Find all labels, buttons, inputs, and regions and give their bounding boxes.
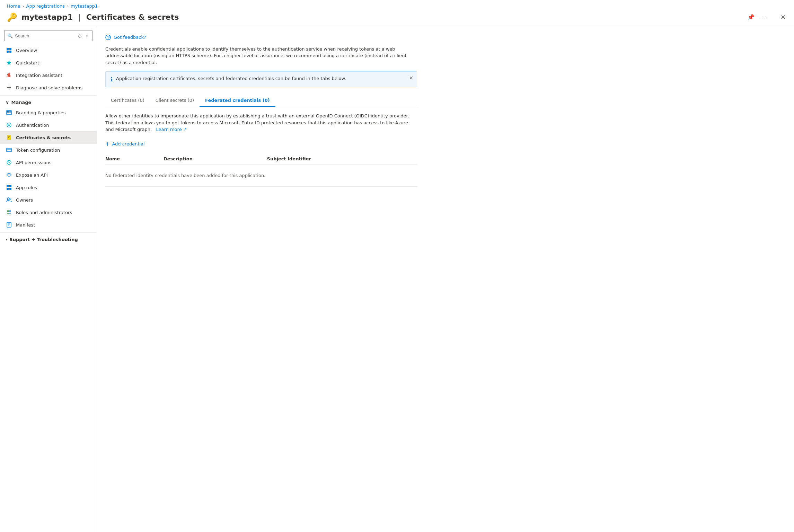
table-header-name: Name [105, 153, 164, 165]
sidebar-item-auth-label: Authentication [16, 123, 49, 128]
svg-rect-3 [9, 51, 11, 53]
page-title: mytestapp1 | Certificates & secrets [21, 13, 746, 21]
tab-certificates[interactable]: Certificates (0) [105, 94, 150, 107]
sidebar-item-quickstart[interactable]: Quickstart [0, 56, 97, 69]
sidebar-item-diagnose-label: Diagnose and solve problems [16, 85, 82, 90]
credentials-table: Name Description Subject Identifier No f… [105, 153, 417, 187]
sidebar-item-expose-api-label: Expose an API [16, 172, 48, 178]
overview-icon [6, 47, 12, 54]
sidebar-item-quickstart-label: Quickstart [16, 60, 39, 65]
table-header-description: Description [164, 153, 267, 165]
certificates-icon [6, 134, 12, 141]
info-banner-text: Application registration certificates, s… [116, 76, 412, 81]
search-input[interactable] [15, 33, 73, 38]
svg-rect-12 [7, 148, 11, 152]
search-icon: 🔍 [7, 33, 13, 38]
breadcrumb-app-name[interactable]: mytestapp1 [71, 3, 98, 9]
add-credential-button[interactable]: + Add credential [105, 139, 786, 149]
support-section-toggle[interactable]: › Support + Troubleshooting [0, 234, 97, 243]
content-area: Got feedback? Credentials enable confide… [97, 26, 794, 532]
page-header: 🔑 mytestapp1 | Certificates & secrets 📌 … [0, 11, 794, 26]
manage-section-toggle[interactable]: ∨ Manage [0, 97, 97, 106]
sidebar-item-branding[interactable]: Branding & properties [0, 106, 97, 119]
breadcrumb-app-registrations[interactable]: App registrations [26, 3, 65, 9]
svg-rect-1 [9, 48, 11, 50]
svg-rect-2 [7, 51, 9, 53]
info-banner-close-button[interactable]: ✕ [409, 75, 413, 81]
close-button[interactable]: ✕ [779, 12, 787, 22]
table-header-subject: Subject Identifier [267, 153, 417, 165]
tab-description: Allow other identities to impersonate th… [105, 113, 417, 133]
sidebar-item-integration[interactable]: Integration assistant [0, 69, 97, 81]
sidebar-item-authentication[interactable]: Authentication [0, 119, 97, 131]
feedback-label: Got feedback? [114, 35, 146, 40]
svg-rect-0 [7, 48, 9, 50]
token-icon [6, 147, 12, 153]
owners-icon [6, 196, 12, 203]
filter-icon[interactable]: ◇ [77, 32, 83, 39]
sidebar-item-token-label: Token configuration [16, 148, 60, 153]
header-key-icon: 🔑 [7, 12, 17, 22]
svg-point-31 [108, 39, 108, 39]
svg-point-14 [8, 151, 9, 152]
sidebar: 🔍 ◇ « Overview [0, 26, 97, 532]
svg-rect-21 [9, 188, 11, 190]
manage-chevron-icon: ∨ [6, 100, 9, 105]
sidebar-item-certificates-label: Certificates & secrets [16, 135, 71, 140]
svg-rect-18 [7, 185, 9, 187]
info-icon: ℹ [111, 76, 113, 83]
manifest-icon [6, 221, 12, 228]
tab-client-secrets[interactable]: Client secrets (0) [150, 94, 200, 107]
svg-point-11 [8, 125, 10, 126]
sidebar-item-manifest[interactable]: Manifest [0, 219, 97, 231]
learn-more-link[interactable]: Learn more ↗ [155, 127, 187, 132]
sidebar-item-api-permissions-label: API permissions [16, 160, 51, 165]
sidebar-item-integration-label: Integration assistant [16, 73, 62, 78]
api-icon [6, 159, 12, 166]
sidebar-item-app-roles-label: App roles [16, 185, 37, 190]
header-actions: 📌 ··· ✕ [746, 12, 787, 22]
empty-state-row: No federated identity credentials have b… [105, 164, 417, 186]
app-roles-icon [6, 184, 12, 191]
sidebar-item-overview[interactable]: Overview [0, 44, 97, 56]
sidebar-divider-2 [0, 232, 97, 233]
svg-point-24 [7, 210, 9, 212]
collapse-icon[interactable]: « [85, 32, 90, 39]
breadcrumb: Home › App registrations › mytestapp1 [0, 0, 794, 11]
info-banner: ℹ Application registration certificates,… [105, 71, 417, 87]
expose-api-icon [6, 171, 12, 178]
quickstart-icon [6, 59, 12, 66]
search-box: 🔍 ◇ « [4, 30, 92, 41]
feedback-bar[interactable]: Got feedback? [105, 32, 786, 46]
breadcrumb-home[interactable]: Home [7, 3, 20, 9]
sidebar-item-expose-api[interactable]: Expose an API [0, 169, 97, 181]
main-layout: 🔍 ◇ « Overview [0, 26, 794, 532]
more-options-button[interactable]: ··· [760, 12, 768, 22]
sidebar-item-owners-label: Owners [16, 197, 33, 203]
sidebar-item-api-permissions[interactable]: API permissions [0, 156, 97, 169]
sidebar-item-diagnose[interactable]: Diagnose and solve problems [0, 81, 97, 94]
sidebar-item-app-roles[interactable]: App roles [0, 181, 97, 194]
tab-federated-credentials[interactable]: Federated credentials (0) [200, 94, 275, 107]
svg-point-23 [10, 198, 11, 200]
sidebar-search-area: 🔍 ◇ « [0, 26, 97, 44]
svg-point-22 [7, 198, 9, 200]
branding-icon [6, 109, 12, 116]
description-text: Credentials enable confidential applicat… [105, 46, 417, 66]
sidebar-item-manifest-label: Manifest [16, 222, 35, 228]
sidebar-item-branding-label: Branding & properties [16, 110, 66, 115]
sidebar-item-certificates[interactable]: Certificates & secrets [0, 131, 97, 144]
support-chevron-icon: › [6, 237, 7, 242]
manage-section-label: Manage [11, 100, 32, 105]
svg-rect-19 [9, 185, 11, 187]
integration-icon [6, 72, 12, 79]
svg-rect-20 [7, 188, 9, 190]
sidebar-item-token[interactable]: Token configuration [0, 144, 97, 156]
sidebar-item-roles-admins[interactable]: Roles and administrators [0, 206, 97, 219]
svg-point-25 [9, 210, 11, 212]
sidebar-item-owners[interactable]: Owners [0, 194, 97, 206]
credentials-tabs: Certificates (0) Client secrets (0) Fede… [105, 94, 417, 107]
add-icon: + [105, 141, 110, 147]
feedback-icon [105, 34, 111, 40]
pin-button[interactable]: 📌 [746, 12, 756, 22]
